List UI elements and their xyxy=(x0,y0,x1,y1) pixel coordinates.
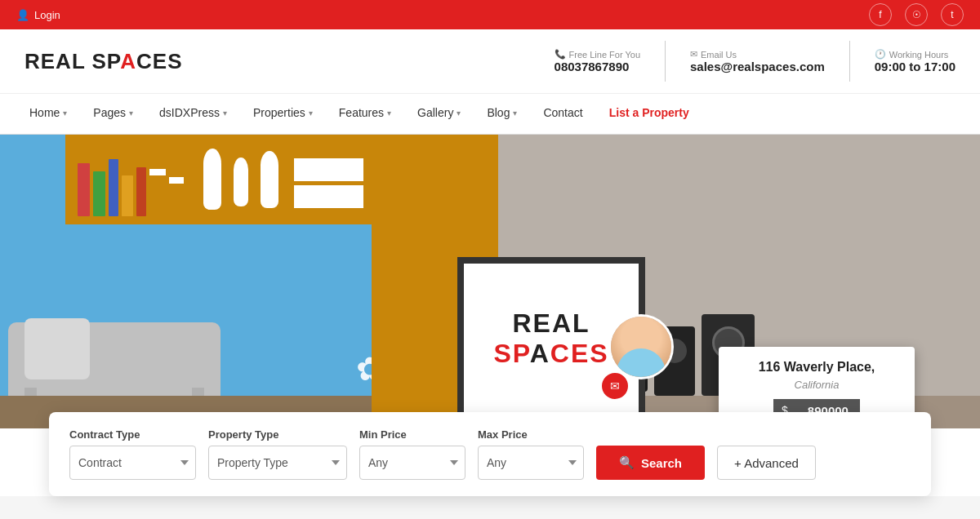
clock-icon: 🕐 xyxy=(875,49,886,60)
contract-type-label: Contract Type xyxy=(69,428,196,441)
search-label: Search xyxy=(641,456,682,470)
social-links: f ☉ t xyxy=(869,3,964,26)
shelf-area xyxy=(65,135,376,224)
nav-home[interactable]: Home ▾ xyxy=(16,94,80,135)
email-label: Email Us xyxy=(701,50,737,60)
phone-icon: 📞 xyxy=(555,49,566,60)
nav-features[interactable]: Features ▾ xyxy=(326,94,404,135)
header-contacts: 📞 Free Line For You 08037867890 ✉ Email … xyxy=(555,41,956,82)
nav-pages[interactable]: Pages ▾ xyxy=(80,94,146,135)
top-bar: 👤 Login f ☉ t xyxy=(0,0,980,29)
property-card-title: 116 Waverly Place, xyxy=(731,359,902,376)
max-price-field: Max Price Any 500,000 1,000,000 2,000,00… xyxy=(478,428,584,480)
login-area[interactable]: 👤 Login xyxy=(16,9,60,21)
email-icon: ✉ xyxy=(690,49,697,60)
main-nav: Home ▾ Pages ▾ dsIDXPress ▾ Properties ▾… xyxy=(0,94,980,135)
phone-label: Free Line For You xyxy=(569,50,640,60)
property-type-label: Property Type xyxy=(208,428,347,441)
contract-type-field: Contract Type Contract For Sale For Rent xyxy=(69,428,196,480)
max-price-label: Max Price xyxy=(478,428,584,441)
vase-1 xyxy=(203,149,221,210)
book-5 xyxy=(136,167,146,216)
property-card-subtitle: California xyxy=(731,379,902,391)
nav-gallery[interactable]: Gallery ▾ xyxy=(404,94,474,135)
white-boxes xyxy=(294,158,363,208)
advanced-button[interactable]: + Advanced xyxy=(717,446,816,480)
book-1 xyxy=(78,163,90,216)
vase-3 xyxy=(261,151,278,208)
chevron-down-icon: ▾ xyxy=(63,109,67,118)
user-icon: 👤 xyxy=(16,9,29,21)
hours-contact: 🕐 Working Hours 09:00 to 17:00 xyxy=(875,49,956,73)
advanced-label: + Advanced xyxy=(734,456,799,470)
pillow xyxy=(24,318,90,379)
phone-value[interactable]: 08037867890 xyxy=(555,60,640,73)
search-icon: 🔍 xyxy=(619,455,635,470)
chevron-down-icon: ▾ xyxy=(309,109,313,118)
nav-blog[interactable]: Blog ▾ xyxy=(474,94,530,135)
avatar-image xyxy=(611,317,671,377)
min-price-label: Min Price xyxy=(359,428,466,441)
box-1 xyxy=(294,158,363,181)
avatar-body xyxy=(617,348,666,377)
couch xyxy=(8,290,220,396)
site-logo[interactable]: REAL SPACES xyxy=(24,49,183,74)
contact-divider-2 xyxy=(849,41,850,82)
contact-divider-1 xyxy=(665,41,666,82)
phone-contact: 📞 Free Line For You 08037867890 xyxy=(555,49,640,73)
email-contact: ✉ Email Us sales@realspaces.com xyxy=(690,49,825,73)
vase-2 xyxy=(234,157,248,206)
nav-properties[interactable]: Properties ▾ xyxy=(240,94,326,135)
site-header: REAL SPACES 📞 Free Line For You 08037867… xyxy=(0,29,980,94)
nav-contact[interactable]: Contact xyxy=(530,94,595,135)
min-price-select[interactable]: Any 100,000 200,000 500,000 xyxy=(359,446,466,480)
chevron-down-icon: ▾ xyxy=(223,109,227,118)
twitter-icon[interactable]: t xyxy=(941,3,964,26)
max-price-select[interactable]: Any 500,000 1,000,000 2,000,000 xyxy=(478,446,584,480)
login-label[interactable]: Login xyxy=(34,9,60,21)
nav-list-property[interactable]: List a Property xyxy=(596,94,702,135)
bottom-area xyxy=(0,496,980,519)
property-type-select[interactable]: Property Type House Apartment Commercial xyxy=(208,446,347,480)
book-3 xyxy=(109,159,118,216)
chevron-down-icon: ▾ xyxy=(129,109,133,118)
min-price-field: Min Price Any 100,000 200,000 500,000 xyxy=(359,428,466,480)
vases xyxy=(203,149,278,216)
brand-real: REAL xyxy=(512,308,590,339)
book-2 xyxy=(93,171,105,216)
hero-section: ✿ REAL SPACES xyxy=(0,135,980,428)
chevron-down-icon: ▾ xyxy=(457,109,461,118)
email-bubble-icon[interactable]: ✉ xyxy=(600,371,630,401)
book-stack-1 xyxy=(149,169,166,175)
facebook-icon[interactable]: f xyxy=(869,3,892,26)
agent-avatar xyxy=(608,314,674,379)
brand-spaces: SPACES xyxy=(493,339,608,369)
contract-type-select[interactable]: Contract For Sale For Rent xyxy=(69,446,196,480)
chevron-down-icon: ▾ xyxy=(387,109,391,118)
book-stack-2 xyxy=(169,177,184,184)
logo-accent: A xyxy=(120,49,136,73)
email-value[interactable]: sales@realspaces.com xyxy=(690,60,825,73)
book-4 xyxy=(122,175,134,216)
hours-label: Working Hours xyxy=(889,50,949,60)
hours-value: 09:00 to 17:00 xyxy=(875,60,956,73)
property-type-field: Property Type Property Type House Apartm… xyxy=(208,428,347,480)
search-bar: Contract Type Contract For Sale For Rent… xyxy=(49,412,931,496)
nav-dsidxpress[interactable]: dsIDXPress ▾ xyxy=(146,94,240,135)
instagram-icon[interactable]: ☉ xyxy=(905,3,928,26)
chevron-down-icon: ▾ xyxy=(513,109,517,118)
box-2 xyxy=(294,185,363,208)
search-button[interactable]: 🔍 Search xyxy=(596,446,705,480)
